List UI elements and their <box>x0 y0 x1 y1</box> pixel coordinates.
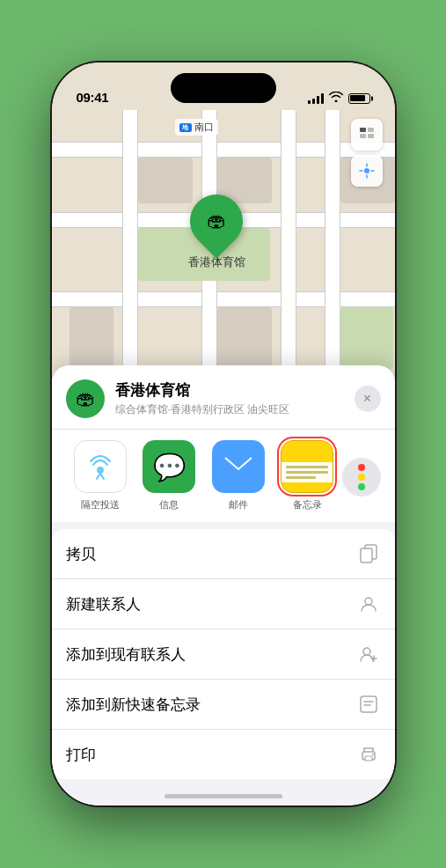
svg-point-12 <box>363 648 370 655</box>
bottom-sheet: 🏟 香港体育馆 综合体育馆·香港特别行政区 油尖旺区 × <box>52 365 395 805</box>
svg-rect-2 <box>360 134 366 138</box>
more-icon <box>342 458 381 497</box>
station-name: 南口 <box>194 121 214 134</box>
notes-line <box>286 466 328 468</box>
dynamic-island <box>171 73 276 103</box>
notes-body <box>281 462 333 482</box>
metro-icon: 地 <box>179 123 192 132</box>
action-copy[interactable]: 拷贝 <box>52 529 395 579</box>
map-road <box>52 142 395 158</box>
svg-rect-15 <box>365 756 372 761</box>
home-indicator-space <box>52 779 395 805</box>
map-block <box>138 158 193 203</box>
svg-point-11 <box>365 598 372 605</box>
home-indicator <box>165 794 282 798</box>
location-button[interactable] <box>351 155 383 187</box>
copy-icon <box>356 541 381 566</box>
new-contact-icon <box>356 592 381 616</box>
mail-icon <box>212 440 265 493</box>
share-item-messages[interactable]: 💬 信息 <box>135 440 204 511</box>
action-new-contact[interactable]: 新建联系人 <box>52 579 395 629</box>
copy-label: 拷贝 <box>66 544 96 564</box>
status-icons <box>308 92 370 105</box>
wifi-icon <box>329 92 343 105</box>
map-block <box>69 307 113 369</box>
add-notes-label: 添加到新快速备忘录 <box>66 695 201 715</box>
airdrop-label: 隔空投送 <box>81 498 120 511</box>
action-list: 拷贝 新建联系人 <box>52 529 395 779</box>
status-time: 09:41 <box>77 90 109 105</box>
action-add-existing[interactable]: 添加到现有联系人 <box>52 629 395 680</box>
svg-point-4 <box>364 168 369 173</box>
svg-point-16 <box>372 754 374 755</box>
map-green <box>340 307 393 369</box>
phone-screen: 09:41 <box>52 63 395 805</box>
airdrop-icon <box>74 440 127 493</box>
signal-bar-2 <box>312 99 315 104</box>
svg-rect-13 <box>361 696 377 712</box>
svg-rect-3 <box>368 134 374 138</box>
add-notes-icon <box>356 692 381 717</box>
notes-header <box>281 441 333 462</box>
venue-subtitle: 综合体育馆·香港特别行政区 油尖旺区 <box>115 402 344 417</box>
battery-fill <box>350 95 365 101</box>
share-item-mail[interactable]: 邮件 <box>204 440 274 511</box>
messages-label: 信息 <box>159 498 179 511</box>
share-row: 隔空投送 💬 信息 邮件 <box>52 429 395 522</box>
notes-line <box>286 471 328 474</box>
notes-line <box>286 476 316 479</box>
svg-rect-0 <box>360 128 366 132</box>
notes-label: 备忘录 <box>293 498 322 511</box>
sheet-title-block: 香港体育馆 综合体育馆·香港特别行政区 油尖旺区 <box>115 380 344 417</box>
print-label: 打印 <box>66 745 96 765</box>
phone-frame: 09:41 <box>52 63 395 805</box>
signal-bar-3 <box>317 96 319 104</box>
map-view-button[interactable] <box>351 119 383 151</box>
close-button[interactable]: × <box>355 386 381 412</box>
svg-rect-10 <box>361 548 372 563</box>
map-pin-icon: 🏟 <box>207 210 226 232</box>
map-block <box>217 307 272 369</box>
signal-bar-1 <box>308 100 311 104</box>
venue-title: 香港体育馆 <box>115 380 344 401</box>
svg-point-5 <box>97 467 104 474</box>
map-pin: 🏟 <box>179 184 254 259</box>
svg-rect-8 <box>223 455 253 478</box>
mail-label: 邮件 <box>229 498 248 511</box>
messages-icon: 💬 <box>143 440 195 493</box>
share-item-airdrop[interactable]: 隔空投送 <box>66 440 135 511</box>
battery-icon <box>348 93 370 104</box>
sheet-header: 🏟 香港体育馆 综合体育馆·香港特别行政区 油尖旺区 × <box>52 365 395 429</box>
svg-line-7 <box>100 474 104 479</box>
notes-icon <box>281 440 333 493</box>
map-road <box>52 291 395 307</box>
action-add-notes[interactable]: 添加到新快速备忘录 <box>52 680 395 730</box>
share-item-notes[interactable]: 备忘录 <box>273 440 342 511</box>
add-existing-label: 添加到现有联系人 <box>66 644 186 665</box>
signal-bars-icon <box>308 93 324 104</box>
new-contact-label: 新建联系人 <box>66 594 141 614</box>
add-contact-icon <box>356 642 381 666</box>
share-more[interactable] <box>342 456 381 497</box>
action-print[interactable]: 打印 <box>52 730 395 779</box>
svg-rect-1 <box>368 128 374 132</box>
map-pin-container: 🏟 香港体育馆 <box>188 195 245 270</box>
print-icon <box>356 742 381 767</box>
venue-icon: 🏟 <box>66 379 105 418</box>
signal-bar-4 <box>321 93 324 104</box>
map-controls <box>351 119 383 187</box>
map-station-label: 地 南口 <box>175 119 218 136</box>
